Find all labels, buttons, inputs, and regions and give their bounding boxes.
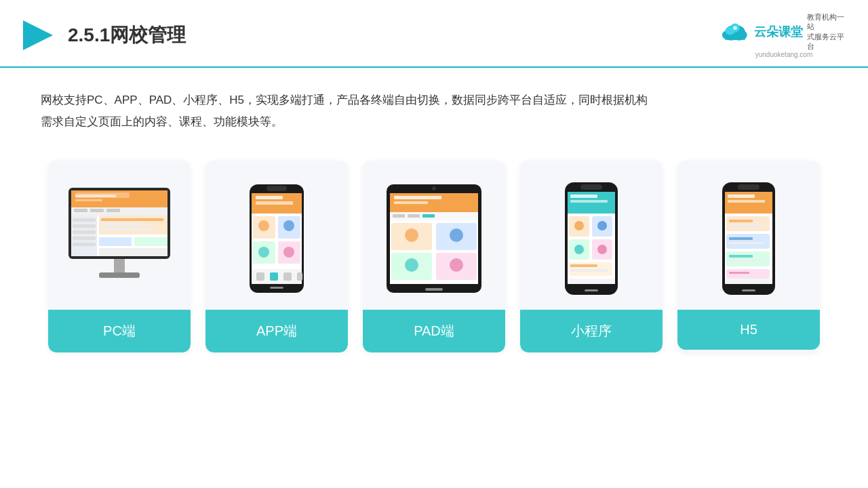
logo-cloud: 云朵课堂 教育机构一站 式服务云平台 — [720, 12, 848, 51]
svg-point-88 — [574, 221, 584, 230]
svg-rect-111 — [725, 279, 772, 284]
card-pc: PC端 — [48, 161, 191, 352]
svg-rect-65 — [422, 214, 435, 218]
card-h5: H5 — [677, 161, 820, 352]
svg-rect-27 — [106, 209, 120, 212]
pad-device-icon — [383, 181, 485, 296]
svg-point-51 — [258, 220, 269, 231]
svg-rect-80 — [570, 200, 608, 203]
svg-rect-28 — [73, 218, 96, 222]
svg-rect-20 — [114, 259, 125, 274]
svg-rect-107 — [729, 255, 753, 258]
card-app-image — [205, 161, 348, 310]
card-pad-image — [363, 161, 505, 310]
svg-rect-99 — [728, 200, 765, 203]
svg-rect-32 — [73, 243, 96, 246]
svg-point-54 — [283, 247, 294, 258]
svg-rect-92 — [568, 279, 615, 284]
svg-rect-18 — [134, 237, 167, 246]
svg-rect-19 — [99, 248, 167, 256]
svg-rect-79 — [570, 195, 597, 198]
card-miniprogram: 小程序 — [520, 161, 663, 352]
card-app-label: APP端 — [205, 310, 348, 352]
cards-container: PC端 — [0, 147, 868, 373]
card-pc-label: PC端 — [48, 310, 191, 352]
svg-rect-49 — [283, 272, 292, 281]
svg-rect-102 — [726, 251, 770, 266]
svg-point-89 — [597, 221, 607, 230]
svg-rect-33 — [101, 218, 163, 221]
svg-rect-26 — [90, 209, 104, 212]
card-pc-image — [48, 161, 191, 310]
svg-rect-38 — [267, 186, 287, 191]
card-miniprogram-label: 小程序 — [520, 310, 663, 352]
svg-point-91 — [597, 245, 607, 254]
svg-rect-100 — [726, 216, 770, 231]
svg-rect-34 — [101, 223, 142, 226]
svg-rect-96 — [738, 184, 760, 190]
card-h5-image — [677, 161, 820, 310]
logo-area: 云朵课堂 教育机构一站 式服务云平台 yunduoketang.com — [720, 12, 848, 58]
card-pad-label: PAD端 — [363, 310, 505, 352]
svg-rect-64 — [408, 214, 420, 218]
svg-rect-74 — [425, 288, 443, 291]
card-miniprogram-image — [520, 161, 663, 310]
card-app: APP端 — [205, 161, 348, 352]
pc-device-icon — [62, 184, 177, 293]
svg-rect-77 — [580, 184, 602, 190]
svg-point-73 — [450, 258, 463, 272]
svg-rect-40 — [256, 196, 283, 199]
svg-rect-30 — [73, 230, 96, 234]
svg-rect-60 — [394, 196, 441, 199]
svg-rect-86 — [570, 264, 597, 267]
svg-point-70 — [405, 228, 418, 242]
svg-rect-47 — [256, 272, 264, 281]
svg-rect-93 — [585, 289, 598, 291]
svg-point-10 — [733, 26, 737, 30]
svg-rect-7 — [725, 35, 745, 39]
play-icon — [20, 18, 56, 53]
svg-rect-50 — [297, 272, 302, 281]
miniprogram-device-icon — [561, 181, 621, 296]
svg-rect-98 — [728, 195, 755, 198]
svg-rect-25 — [74, 209, 87, 212]
cloud-icon — [720, 21, 750, 43]
logo-url: yunduoketang.com — [755, 51, 813, 58]
svg-rect-29 — [73, 224, 96, 228]
svg-rect-23 — [75, 195, 116, 197]
svg-marker-0 — [23, 20, 53, 50]
svg-rect-41 — [256, 201, 293, 205]
svg-rect-106 — [729, 242, 763, 244]
svg-rect-101 — [726, 234, 770, 249]
svg-rect-61 — [394, 201, 428, 204]
header-left: 2.5.1网校管理 — [20, 18, 186, 53]
description-text: 网校支持PC、APP、PAD、小程序、H5，实现多端打通，产品各终端自由切换，数… — [41, 89, 827, 134]
svg-point-72 — [405, 258, 418, 272]
svg-point-58 — [432, 186, 436, 190]
svg-rect-112 — [742, 289, 755, 291]
logo-tagline-line2: 式服务云平台 — [807, 32, 848, 52]
svg-rect-21 — [99, 272, 140, 278]
logo-tagline-line1: 教育机构一站 — [807, 12, 848, 32]
svg-rect-104 — [729, 224, 763, 226]
svg-point-90 — [574, 245, 584, 254]
description-section: 网校支持PC、APP、PAD、小程序、H5，实现多端打通，产品各终端自由切换，数… — [0, 68, 868, 147]
svg-rect-31 — [73, 237, 96, 240]
svg-rect-35 — [101, 228, 155, 230]
card-pad: PAD端 — [363, 161, 505, 352]
svg-point-53 — [258, 247, 269, 258]
page-header: 2.5.1网校管理 云朵课堂 教育机构一站 — [0, 0, 868, 68]
svg-point-71 — [450, 228, 463, 242]
app-device-icon — [246, 181, 307, 296]
logo-name: 云朵课堂 — [754, 24, 803, 40]
svg-rect-24 — [75, 199, 102, 201]
svg-point-52 — [283, 220, 294, 231]
svg-rect-48 — [270, 272, 278, 281]
svg-rect-63 — [393, 214, 405, 218]
svg-rect-17 — [99, 237, 132, 246]
h5-device-icon — [719, 181, 778, 296]
svg-rect-110 — [729, 272, 749, 274]
svg-rect-108 — [729, 260, 763, 262]
svg-rect-105 — [729, 237, 753, 240]
svg-rect-55 — [270, 287, 283, 289]
